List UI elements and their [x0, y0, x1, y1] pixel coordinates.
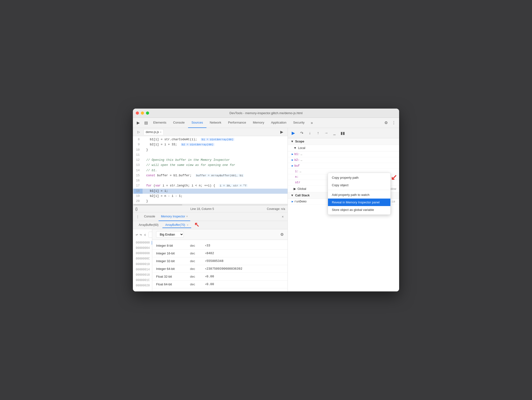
redo-btn[interactable]: ↪ [140, 232, 142, 238]
tab-elements[interactable]: Elements [150, 118, 170, 128]
code-content: 8 b1[i] = str.charCodeAt(i); b1 = Uint8A… [133, 136, 288, 204]
tab-security[interactable]: Security [290, 118, 308, 128]
minimize-traffic-light[interactable] [141, 111, 144, 115]
scope-b1: ▶ b1: … [288, 151, 399, 157]
scope-buf: ▶ buf [288, 163, 399, 169]
buf-expand-icon[interactable]: ▶ [292, 164, 293, 168]
bottom-panel: ⋮ Console Memory Inspector × × ArrayBuff… [133, 212, 288, 291]
mem-toolbar: ↩ ↪ ‹ › ↻ [136, 232, 149, 238]
hex-row-2: 00000008 29 2A 2B 2C ) * [136, 252, 149, 256]
devtools-nav: ▶ ▤ Elements Console Sources Network Per… [133, 118, 399, 128]
panel-menu-icon[interactable]: ⋮ [135, 214, 141, 220]
run-snippet-icon[interactable]: ▶ [278, 128, 286, 136]
panel-tabs: ⋮ Console Memory Inspector × × [133, 212, 288, 221]
settings-icon[interactable]: ⚙ [382, 119, 390, 127]
hex-row-1: 00000004 25 26 27 28 % & [136, 246, 149, 250]
insp-row-int64: Integer 64-bit dec ▾ 2387509390608836392 [152, 265, 288, 273]
ctx-store-global[interactable]: Store object as global variable [328, 206, 390, 214]
arraybuffer70-tab[interactable]: ArrayBuffer(70) × [162, 222, 191, 228]
inspector-toolbar: Big Endian Little Endian ⚙ [152, 229, 288, 240]
deactivate-btn[interactable]: ⎯ [331, 129, 338, 137]
code-line-19: 19 b2[i] = n - i - 1; [133, 194, 288, 199]
code-line-9: 9 b2[i] = i + 33; b2 = Uint8Array(60) [133, 142, 288, 147]
red-arrow-annotation-2: ↙ [391, 173, 397, 182]
insp-row-float32: Float 32-bit dec ▾ 0.00 [152, 273, 288, 281]
file-nav-icon[interactable]: ▷ [135, 128, 143, 136]
insp-row-int8: Integer 8-bit dec ▾ 33 [152, 242, 288, 250]
b2-expand-icon[interactable]: ▶ [292, 158, 293, 162]
code-line-16: 16 [133, 178, 288, 183]
debug-toolbar: ▶ ↷ ↓ ↑ → ⎯ ▮▮ [288, 128, 399, 138]
arraybuffer70-close-icon[interactable]: × [187, 223, 188, 226]
callstack-func: runDemo [294, 200, 306, 203]
hex-row-0: 00000000 21 22 23 24 ! " [136, 241, 149, 245]
memory-subtabs: ArrayBuffer(60) ArrayBuffer(70) × ↘ [133, 221, 288, 229]
hex-row-4: 00000010 31 32 33 34 1 2 [136, 262, 149, 267]
code-area: ▷ demo-js.js × ▶ 8 b1[i] = str.charCodeA… [133, 128, 288, 212]
arraybuffer60-tab[interactable]: ArrayBuffer(60) [136, 222, 161, 228]
code-line-13: 13 // will open the same view as for ope… [133, 163, 288, 168]
left-panel: ▷ demo-js.js × ▶ 8 b1[i] = str.charCodeA… [133, 128, 288, 291]
close-traffic-light[interactable] [136, 111, 139, 115]
step-into-btn[interactable]: ↓ [306, 129, 313, 137]
callstack-label: Call Stack [295, 194, 310, 197]
callstack-chevron-icon: ▼ [291, 194, 294, 197]
local-chevron-icon: ▼ [294, 146, 296, 150]
scope-title[interactable]: ▼ Scope [288, 138, 399, 145]
console-tab-btn[interactable]: Console [142, 212, 158, 221]
memory-inspector-tab-label: Memory Inspector [161, 215, 185, 218]
fullscreen-traffic-light[interactable] [146, 111, 149, 115]
coverage-status: Coverage: n/a [267, 207, 285, 211]
code-line-10: 10 } [133, 148, 288, 153]
file-tab-label: demo-js.js [146, 130, 159, 134]
tab-sources[interactable]: Sources [188, 118, 206, 128]
memory-inspector-tab-btn[interactable]: Memory Inspector × [159, 212, 190, 221]
address-input[interactable] [148, 232, 152, 238]
insp-row-int32: Integer 32-bit dec ▾ 555885348 [152, 257, 288, 265]
panel-close-btn[interactable]: × [280, 214, 286, 220]
file-close-icon[interactable]: × [160, 131, 161, 133]
code-line-14: 14 // b1. [133, 168, 288, 173]
resume-btn[interactable]: ▶ [290, 129, 297, 137]
horizontal-scrollbar[interactable] [134, 204, 182, 205]
more-tabs-icon[interactable]: » [308, 119, 316, 127]
global-label: Global [297, 187, 306, 191]
ctx-reveal-memory[interactable]: Reveal in Memory Inspector panel [328, 199, 390, 206]
ctx-separator-1 [328, 190, 390, 190]
file-tab[interactable]: demo-js.js × [144, 129, 164, 135]
step-over-btn[interactable]: ↷ [298, 129, 305, 137]
pause-btn[interactable]: ▮▮ [339, 129, 346, 137]
prev-btn[interactable]: ‹ [144, 232, 146, 238]
context-menu: Copy property path Copy object Add prope… [328, 173, 391, 215]
insp-row-int16: Integer 16-bit dec ▾ 8482 [152, 250, 288, 257]
step-out-btn[interactable]: ↑ [314, 129, 322, 137]
scope-panel: ▼ Scope ▼ Local ▶ b1: … ▶ b2: [288, 138, 399, 291]
tab-console[interactable]: Console [170, 118, 188, 128]
cursor-icon[interactable]: ▶ [134, 119, 142, 127]
b1-expand-icon[interactable]: ▶ [292, 152, 293, 156]
window-title: DevTools - memory-inspector.glitch.me/de… [229, 111, 303, 115]
global-chevron-icon: ▶ [294, 187, 296, 191]
local-label: Local [298, 146, 305, 150]
undo-btn[interactable]: ↩ [136, 232, 138, 238]
memory-inspector-close-icon[interactable]: × [186, 215, 188, 218]
tab-performance[interactable]: Performance [225, 118, 249, 128]
code-line-20: 20 } [133, 199, 288, 204]
tab-network[interactable]: Network [206, 118, 225, 128]
hex-row-8: 00000020 41 42 43 44 A B [136, 284, 149, 288]
local-title[interactable]: ▼ Local [288, 145, 399, 151]
step-btn[interactable]: → [323, 129, 330, 137]
memory-inspector-right: Big Endian Little Endian ⚙ Integer 8-bit… [152, 229, 288, 291]
device-icon[interactable]: ▤ [142, 119, 150, 127]
endian-select[interactable]: Big Endian Little Endian [156, 231, 184, 238]
more-options-icon[interactable]: ⋮ [390, 119, 398, 127]
memory-content: ↩ ↪ ‹ › ↻ 00000000 21 [133, 229, 288, 291]
ctx-copy-object[interactable]: Copy object [328, 181, 390, 189]
memory-hex-panel: ↩ ↪ ‹ › ↻ 00000000 21 [133, 229, 152, 291]
ctx-add-watch[interactable]: Add property path to watch [328, 191, 390, 199]
ctx-copy-prop-path[interactable]: Copy property path [328, 174, 390, 181]
inspector-settings-icon[interactable]: ⚙ [280, 232, 284, 237]
tab-application[interactable]: Application [268, 118, 290, 128]
tab-memory[interactable]: Memory [250, 118, 268, 128]
hex-row-6: 00000018 39 3A 3B 3C 9 : [136, 273, 149, 277]
